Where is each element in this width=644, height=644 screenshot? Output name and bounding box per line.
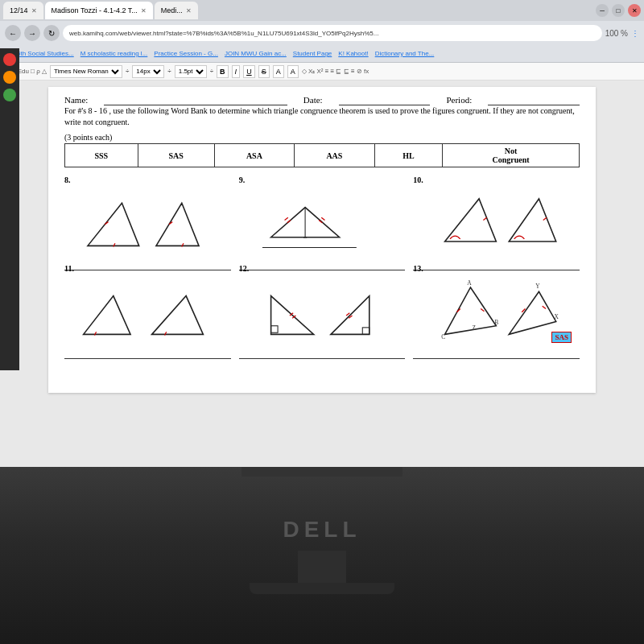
svg-line-41 (543, 306, 546, 308)
svg-marker-14 (445, 199, 497, 242)
word-bank-table: SSS SAS ASA AAS HL NotCongruent (64, 143, 580, 167)
figure-8-svg (64, 186, 231, 254)
svg-line-40 (481, 309, 485, 312)
wb-asa: ASA (214, 144, 295, 167)
underline-btn[interactable]: U (243, 65, 255, 78)
bookmark-3[interactable]: Practice Session - G... (154, 50, 218, 57)
orange-dot (3, 71, 16, 84)
bookmark-5[interactable]: Student Page (293, 50, 332, 57)
left-sidebar (0, 48, 19, 370)
wb-aas: AAS (295, 144, 375, 167)
browser-chrome: 12/14 ✕ Madison Tozzi - 4.1-4.2 T... ✕ M… (0, 0, 644, 80)
bookmark-1[interactable]: 6th Social Studies... (17, 50, 74, 57)
figure-12: 12. (239, 264, 406, 345)
svg-line-11 (321, 217, 324, 220)
refresh-btn[interactable]: ↻ (43, 25, 60, 41)
figure-10: 10. (413, 175, 580, 256)
svg-text:Y: Y (536, 283, 541, 290)
font-color-btn[interactable]: A (273, 65, 284, 78)
figure-11-svg (64, 275, 231, 343)
tab-1-close[interactable]: ✕ (31, 7, 37, 14)
close-btn[interactable]: ✕ (628, 4, 641, 17)
bookmark-7[interactable]: Dictionary and The... (375, 50, 435, 57)
address-bar-row: ← → ↻ web.kamihq.com/web/viewer.html?sta… (0, 21, 644, 45)
wb-hl: HL (374, 144, 443, 167)
address-bar[interactable]: web.kamihq.com/web/viewer.html?state=%7B… (63, 25, 602, 41)
figure-12-svg (239, 275, 406, 343)
red-dot (3, 53, 16, 66)
svg-line-17 (543, 217, 547, 220)
minimize-btn[interactable]: ─ (596, 4, 609, 17)
svg-marker-31 (510, 291, 556, 334)
figure-13-answer[interactable] (413, 346, 580, 359)
doc-instructions: For #'s 8 - 16 , use the following Word … (64, 105, 580, 128)
tab-1-label: 12/14 (10, 6, 28, 14)
bold-btn[interactable]: B (217, 65, 229, 78)
screen: 12/14 ✕ Madison Tozzi - 4.1-4.2 T... ✕ M… (0, 0, 644, 467)
wb-sas: SAS (138, 144, 214, 167)
points-note: (3 points each) (64, 133, 580, 142)
bookmark-4[interactable]: JOIN MWU Gain ac... (225, 50, 287, 57)
back-btn[interactable]: ← (5, 25, 21, 41)
svg-marker-0 (88, 203, 139, 246)
document-area: Name: Date: Period: For #'s 8 - 16 , use… (48, 87, 596, 393)
bookmark-2[interactable]: M scholastic reading l... (80, 50, 148, 57)
svg-rect-24 (270, 326, 278, 333)
monitor-stand-neck (298, 551, 346, 583)
forward-btn[interactable]: → (24, 25, 40, 41)
svg-line-16 (484, 217, 487, 220)
figure-11-answer[interactable] (64, 346, 231, 359)
sas-answer-badge: SAS (551, 332, 572, 343)
wb-not-congruent: NotCongruent (443, 144, 580, 167)
svg-marker-18 (84, 296, 130, 335)
svg-text:X: X (555, 313, 559, 320)
green-dot (3, 89, 16, 101)
spacing-separator: ÷ (167, 68, 171, 75)
font-size-selector[interactable]: 14px (132, 65, 164, 78)
strikethrough-btn[interactable]: S (258, 65, 270, 78)
spacing-selector[interactable]: 1.5pt (175, 65, 207, 78)
tab-2[interactable]: Madison Tozzi - 4.1-4.2 T... ✕ (45, 2, 153, 19)
figure-10-svg (413, 186, 580, 254)
url-text: web.kamihq.com/web/viewer.html?state=%7B… (69, 30, 378, 37)
figure-10-label: 10. (413, 175, 580, 184)
wb-sss: SSS (65, 144, 138, 167)
font-size-separator: ÷ (126, 68, 129, 75)
figure-11: 11. (64, 264, 231, 345)
tab-3[interactable]: Medi... ✕ (155, 2, 198, 19)
svg-rect-25 (362, 328, 369, 335)
figure-12-label: 12. (239, 264, 406, 273)
svg-line-8 (284, 217, 287, 220)
monitor-stand-base (250, 583, 394, 594)
tab-2-label: Madison Tozzi - 4.1-4.2 T... (52, 6, 138, 14)
tab-bar: 12/14 ✕ Madison Tozzi - 4.1-4.2 T... ✕ M… (0, 0, 644, 21)
highlight-btn[interactable]: A (287, 65, 299, 78)
toolbar-right-icons: ◇ X₂ X² ≡ ≡ ⊑ ⊑ ≡ ⊘ fx (302, 68, 369, 75)
monitor-stand-top (242, 467, 402, 477)
instructions-text: For #'s 8 - 16 , use the following Word … (64, 106, 575, 126)
figure-13: 13. A C B Z Y X (413, 264, 580, 345)
font-selector[interactable]: Times New Roman (50, 65, 122, 78)
svg-text:A: A (468, 279, 473, 287)
svg-text:C: C (442, 333, 446, 341)
maximize-btn[interactable]: □ (612, 4, 625, 17)
zoom-indicator: 100 % (605, 29, 628, 38)
tab-3-close[interactable]: ✕ (186, 7, 192, 14)
italic-btn[interactable]: I (232, 65, 241, 78)
figure-12-answer[interactable] (239, 346, 406, 359)
desk-area: DELL (0, 467, 644, 644)
figure-9: 9. (239, 175, 406, 256)
doc-header: Name: Date: Period: (64, 95, 580, 105)
bookmark-6[interactable]: K! Kahoot! (338, 50, 368, 57)
document-scroll-area[interactable]: Name: Date: Period: For #'s 8 - 16 , use… (0, 80, 644, 467)
spacing-div2: ÷ (210, 68, 213, 75)
extension-btn[interactable]: ⋮ (631, 29, 639, 38)
svg-marker-15 (510, 199, 556, 242)
name-label: Name: (64, 95, 88, 105)
tab-1[interactable]: 12/14 ✕ (3, 2, 43, 19)
tab-2-close[interactable]: ✕ (141, 7, 147, 14)
svg-marker-23 (331, 296, 369, 335)
svg-text:Z: Z (473, 324, 477, 332)
figure-9-label: 9. (239, 175, 406, 184)
tab-3-label: Medi... (161, 6, 183, 14)
